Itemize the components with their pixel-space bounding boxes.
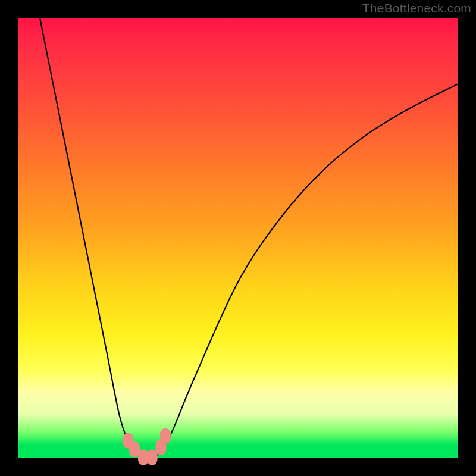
curve-marker [160,428,171,444]
curve-svg [18,18,458,458]
curve-marker [147,450,158,465]
chart-frame: TheBottleneck.com [0,0,476,476]
bottleneck-curve [40,18,458,459]
plot-area [18,18,458,458]
watermark-text: TheBottleneck.com [362,1,471,15]
curve-markers [123,428,171,465]
